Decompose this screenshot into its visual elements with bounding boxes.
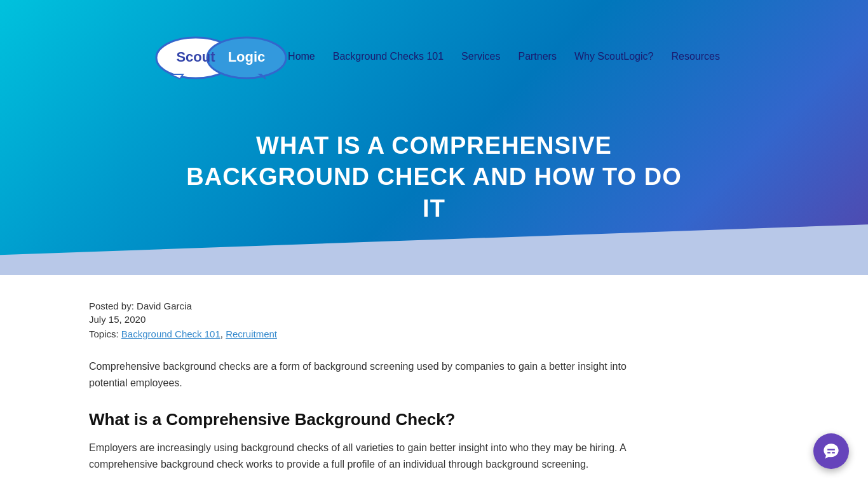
hero-section: Scout Logic Home Background Checks 101 S… [0,0,868,275]
nav-background-checks-101[interactable]: Background Checks 101 [333,51,444,62]
author-name: David Garcia [137,301,192,311]
post-meta: Posted by: David Garcia July 15, 2020 To… [89,301,779,339]
posted-by: Posted by: David Garcia [89,301,779,311]
main-header: Scout Logic Home Background Checks 101 S… [123,21,745,92]
nav-home[interactable]: Home [288,51,315,62]
nav-why-scoutlogic[interactable]: Why ScoutLogic? [574,51,654,62]
hero-title: WHAT IS A COMPREHENSIVE BACKGROUND CHECK… [148,130,720,224]
posted-by-label: Posted by: [89,301,134,311]
nav-partners[interactable]: Partners [518,51,556,62]
svg-marker-2 [170,74,183,79]
chat-icon [822,442,840,460]
svg-text:Logic: Logic [228,49,266,65]
nav-services[interactable]: Services [461,51,500,62]
content-area: Posted by: David Garcia July 15, 2020 To… [0,275,868,488]
topics-label: Topics: [89,329,119,339]
logo[interactable]: Scout Logic [148,31,288,82]
post-topics: Topics: Background Check 101, Recruitmen… [89,329,779,339]
article-subtitle: What is a Comprehensive Background Check… [89,410,779,430]
svg-text:Scout: Scout [177,49,216,65]
topic2-link[interactable]: Recruitment [226,329,277,339]
chat-button[interactable] [813,433,849,469]
topic1-link[interactable]: Background Check 101 [121,329,220,339]
article-intro: Comprehensive background checks are a fo… [89,358,635,391]
nav-resources[interactable]: Resources [671,51,719,62]
article-body: Employers are increasingly using backgro… [89,440,635,472]
main-nav: Home Background Checks 101 Services Part… [288,51,720,62]
post-date: July 15, 2020 [89,314,779,325]
